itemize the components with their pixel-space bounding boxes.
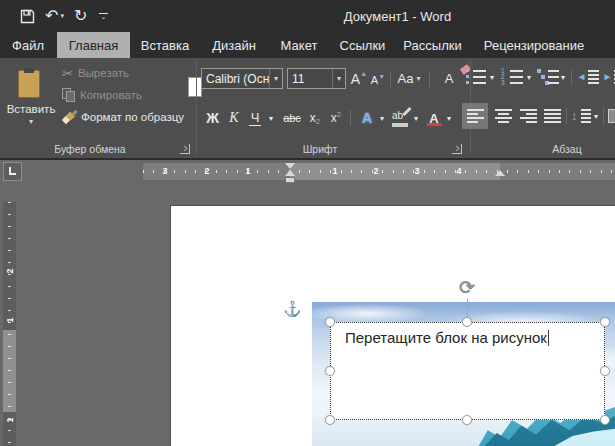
line-spacing-dropdown-icon[interactable]: ▾ [591,103,601,129]
hanging-indent-marker[interactable] [285,170,295,176]
decrease-indent-button[interactable]: ◄ [576,67,599,87]
italic-button[interactable]: К [226,106,242,130]
rotation-handle-stem [467,299,468,318]
text-effects-dropdown-icon[interactable]: ▾ [377,106,387,130]
justify-button[interactable] [540,103,565,129]
tab-file[interactable]: Файл [8,32,48,58]
ruler-number: 2 [4,265,16,278]
bold-button[interactable]: Ж [203,106,222,130]
clipboard-group-label: Буфер обмена [10,142,170,156]
bullets-button[interactable] [464,67,486,87]
format-painter-icon [62,110,76,124]
align-center-icon [495,109,512,123]
font-size-dropdown-icon[interactable]: ▾ [332,69,345,88]
resize-handle-middle-right[interactable] [600,366,610,376]
rotation-handle-icon[interactable]: ⟳ [456,277,478,299]
font-color-button[interactable]: А [424,106,444,130]
text-effects-button[interactable]: А [356,106,378,130]
resize-handle-top-left[interactable] [325,317,335,327]
numbering-button[interactable]: 1 2 3 [501,67,523,87]
multilevel-dropdown-icon[interactable]: ▾ [558,67,568,87]
align-right-button[interactable] [516,103,541,129]
ruler-number: 2 [370,165,382,178]
multilevel-list-button[interactable] [537,67,559,87]
clear-formatting-button[interactable]: А [437,68,461,89]
underline-button[interactable]: Ч [246,106,264,130]
ribbon-tab-row: Файл Главная Вставка Дизайн Макет Ссылки… [0,32,615,58]
window-title: Документ1 - Word [300,0,495,32]
resize-handle-top-right[interactable] [600,317,610,327]
paste-dropdown-icon[interactable]: ▾ [29,117,33,126]
redo-icon[interactable]: ↻ [74,8,87,24]
format-painter-button[interactable]: Формат по образцу [62,108,184,126]
tab-review[interactable]: Рецензирование [470,32,598,58]
left-indent-marker[interactable] [286,177,295,183]
undo-dropdown-icon[interactable]: ▾ [60,12,64,20]
text-box[interactable]: Перетащите блок на рисунок [330,322,605,420]
font-color-dropdown-icon[interactable]: ▾ [444,106,454,130]
copy-label: Копировать [80,89,142,101]
decrease-indent-icon: ◄ [577,70,599,84]
superscript-button[interactable]: x2 [327,106,345,130]
paragraph-group-label: Абзац [537,142,597,156]
paste-label: Вставить [7,103,56,115]
grow-font-button[interactable]: А▲ [350,68,368,89]
save-icon[interactable] [20,9,35,24]
tab-stop-icon [9,167,16,175]
align-left-button[interactable] [462,103,488,129]
tab-selector-button[interactable] [3,162,22,181]
font-dialog-launcher-icon[interactable] [452,144,462,154]
horizontal-ruler[interactable]: 3 2 1 1 2 3 4 [143,163,615,180]
resize-handle-bottom-center[interactable] [462,415,472,425]
shrink-font-button[interactable]: А▼ [370,70,386,89]
undo-icon[interactable]: ↶ [45,8,58,24]
bullets-icon [465,69,471,85]
increase-indent-button[interactable]: ► [602,67,615,87]
customize-qat-icon[interactable]: ⌄ [97,13,109,19]
numbering-icon: 1 2 3 [501,68,505,86]
clipboard-dialog-launcher-icon[interactable] [180,144,190,154]
paste-button[interactable]: Вставить ▾ [4,62,58,140]
shading-button[interactable] [608,109,615,123]
ruler-number: 1 [4,414,16,427]
tab-home[interactable]: Главная [57,32,130,58]
text-cursor [548,330,549,346]
shrink-font-caret-icon: ▼ [378,73,385,80]
tab-insert[interactable]: Вставка [130,32,200,58]
numbering-dropdown-icon[interactable]: ▾ [524,67,534,87]
vertical-ruler[interactable]: 2 1 1 2 [3,202,16,446]
resize-handle-bottom-left[interactable] [325,415,335,425]
resize-handle-top-center[interactable] [462,317,472,327]
ruler-number: 1 [4,314,16,327]
bullets-dropdown-icon[interactable]: ▾ [487,67,497,87]
justify-icon [544,109,561,123]
strikethrough-button[interactable]: abc [280,106,304,130]
anchor-icon: ⚓ [283,300,302,318]
multilevel-list-icon [537,69,559,85]
font-name-value: Calibri (Оснс [202,72,269,86]
change-case-button[interactable]: Aa▾ [394,68,424,89]
align-right-icon [520,109,537,123]
subscript-button[interactable]: x2 [306,106,324,130]
text-highlight-button[interactable]: ab [390,106,412,130]
tab-layout[interactable]: Макет [268,32,330,58]
resize-handle-middle-left[interactable] [325,366,335,376]
tab-references[interactable]: Ссылки [330,32,395,58]
underline-dropdown-icon[interactable]: ▾ [266,106,276,130]
first-line-indent-marker[interactable] [285,163,295,169]
text-box-text[interactable]: Перетащите блок на рисунок [345,329,549,346]
copy-button: Копировать [62,86,142,104]
tab-mailings[interactable]: Рассылки [395,32,470,58]
text-highlight-dropdown-icon[interactable]: ▾ [411,106,421,130]
tab-design[interactable]: Дизайн [200,32,268,58]
font-size-value: 11 [288,72,332,86]
quick-access-toolbar: ↶ ▾ ↻ ⌄ [20,0,109,32]
align-center-button[interactable] [491,103,516,129]
right-indent-marker[interactable] [495,170,505,176]
font-size-combobox[interactable]: 11 ▾ [287,68,346,89]
font-name-dropdown-icon[interactable]: ▾ [269,69,282,88]
cut-icon: ✂ [62,66,73,81]
line-spacing-button[interactable]: ↕ [570,103,592,129]
font-name-combobox[interactable]: Calibri (Оснс ▾ [201,68,283,89]
resize-handle-bottom-right[interactable] [600,415,610,425]
